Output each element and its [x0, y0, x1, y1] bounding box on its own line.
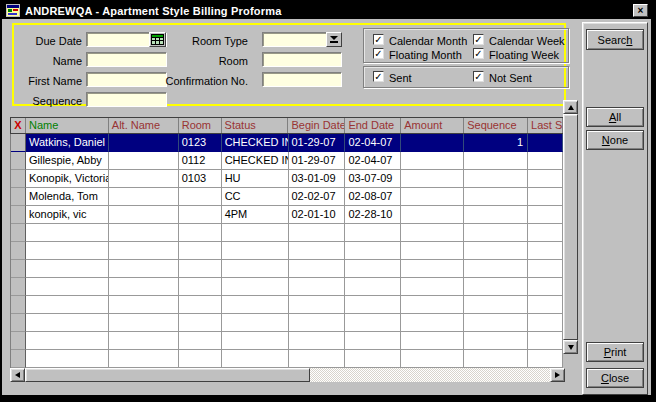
cell-sequence[interactable] [464, 350, 528, 368]
cell-room[interactable] [179, 278, 222, 296]
cell-last-sent[interactable] [528, 296, 563, 314]
cell-amount[interactable] [401, 242, 464, 260]
grid-row[interactable]: Watkins, Daniel0123CHECKED IN01-29-0702-… [11, 134, 563, 152]
cell-last-sent[interactable] [528, 206, 563, 224]
cell-last-sent[interactable] [528, 260, 563, 278]
cell-amount[interactable] [401, 278, 464, 296]
cell-name[interactable]: Konopik, Victoria [26, 170, 109, 188]
cell-room[interactable] [179, 350, 222, 368]
cell-end-date[interactable] [345, 242, 401, 260]
cell-amount[interactable] [401, 206, 464, 224]
row-selector[interactable] [11, 278, 26, 296]
cell-last-sent[interactable] [528, 134, 563, 152]
cell-amount[interactable] [401, 314, 464, 332]
cell-room[interactable]: 0123 [179, 134, 222, 152]
cell-alt-name[interactable] [109, 152, 179, 170]
cell-amount[interactable] [401, 260, 464, 278]
cell-end-date[interactable] [345, 332, 401, 350]
cell-status[interactable]: CHECKED IN [222, 152, 289, 170]
cell-status[interactable] [222, 224, 289, 242]
cell-name[interactable] [26, 332, 109, 350]
cell-name[interactable]: Molenda, Tom [26, 188, 109, 206]
row-selector[interactable] [11, 260, 26, 278]
cell-status[interactable] [222, 242, 289, 260]
cell-last-sent[interactable] [528, 224, 563, 242]
cell-last-sent[interactable] [528, 152, 563, 170]
cell-last-sent[interactable] [528, 188, 563, 206]
cell-alt-name[interactable] [109, 224, 179, 242]
cell-sequence[interactable] [464, 332, 528, 350]
cell-status[interactable]: 4PM [222, 206, 289, 224]
print-button[interactable]: Print [586, 342, 644, 362]
row-selector[interactable] [11, 296, 26, 314]
column-header-room[interactable]: Room [179, 118, 222, 133]
cell-sequence[interactable] [464, 188, 528, 206]
cell-room[interactable] [179, 206, 222, 224]
grid-row-empty[interactable] [11, 224, 563, 242]
cell-last-sent[interactable] [528, 170, 563, 188]
cell-amount[interactable] [401, 350, 464, 368]
cell-room[interactable] [179, 224, 222, 242]
cell-begin-date[interactable]: 02-02-07 [289, 188, 346, 206]
cell-status[interactable] [222, 332, 289, 350]
row-selector[interactable] [11, 332, 26, 350]
scroll-down-button[interactable] [563, 340, 578, 354]
scroll-right-button[interactable] [550, 368, 565, 382]
cell-last-sent[interactable] [528, 350, 563, 368]
cell-status[interactable]: CC [222, 188, 289, 206]
confirmation-no-input[interactable] [262, 72, 342, 87]
column-header-sequence[interactable]: Sequence [464, 118, 528, 133]
cell-name[interactable] [26, 296, 109, 314]
cell-status[interactable]: CHECKED IN [222, 134, 289, 152]
cell-room[interactable] [179, 188, 222, 206]
cell-room[interactable] [179, 332, 222, 350]
grid-row-empty[interactable] [11, 260, 563, 278]
cell-alt-name[interactable] [109, 170, 179, 188]
row-selector[interactable] [11, 170, 26, 188]
cell-sequence[interactable] [464, 260, 528, 278]
cell-name[interactable] [26, 314, 109, 332]
vertical-scrollbar[interactable] [563, 100, 578, 354]
cell-room[interactable]: 0112 [179, 152, 222, 170]
grid-row[interactable]: konopik, vic4PM02-01-1002-28-10 [11, 206, 563, 224]
cell-name[interactable] [26, 278, 109, 296]
row-selector[interactable] [11, 350, 26, 368]
cell-sequence[interactable] [464, 278, 528, 296]
horizontal-scrollbar[interactable] [10, 368, 565, 382]
cell-amount[interactable] [401, 134, 464, 152]
cell-alt-name[interactable] [109, 134, 179, 152]
cell-alt-name[interactable] [109, 206, 179, 224]
close-window-button[interactable]: Close [586, 368, 644, 388]
cell-alt-name[interactable] [109, 188, 179, 206]
cell-end-date[interactable] [345, 260, 401, 278]
cell-status[interactable] [222, 314, 289, 332]
cell-name[interactable] [26, 224, 109, 242]
cell-status[interactable] [222, 350, 289, 368]
cell-end-date[interactable]: 02-28-10 [345, 206, 401, 224]
cell-amount[interactable] [401, 296, 464, 314]
cell-sequence[interactable] [464, 206, 528, 224]
cell-begin-date[interactable]: 01-29-07 [289, 134, 346, 152]
scroll-left-button[interactable] [10, 368, 25, 382]
cell-amount[interactable] [401, 332, 464, 350]
cell-alt-name[interactable] [109, 260, 179, 278]
row-selector[interactable] [11, 134, 26, 152]
cell-room[interactable] [179, 242, 222, 260]
cell-last-sent[interactable] [528, 314, 563, 332]
room-type-dropdown-button[interactable] [326, 32, 342, 47]
cell-end-date[interactable] [345, 314, 401, 332]
cell-sequence[interactable] [464, 152, 528, 170]
cell-begin-date[interactable]: 02-01-10 [289, 206, 346, 224]
cell-status[interactable] [222, 278, 289, 296]
column-header-alt-name[interactable]: Alt. Name [109, 118, 179, 133]
cell-name[interactable] [26, 260, 109, 278]
all-button[interactable]: All [586, 107, 644, 127]
cell-name[interactable]: Gillespie, Abby [26, 152, 109, 170]
cell-alt-name[interactable] [109, 278, 179, 296]
grid-row-empty[interactable] [11, 350, 563, 368]
cell-last-sent[interactable] [528, 332, 563, 350]
cell-begin-date[interactable] [289, 242, 346, 260]
column-header-amount[interactable]: Amount [401, 118, 464, 133]
cell-end-date[interactable]: 02-08-07 [345, 188, 401, 206]
cell-status[interactable] [222, 296, 289, 314]
